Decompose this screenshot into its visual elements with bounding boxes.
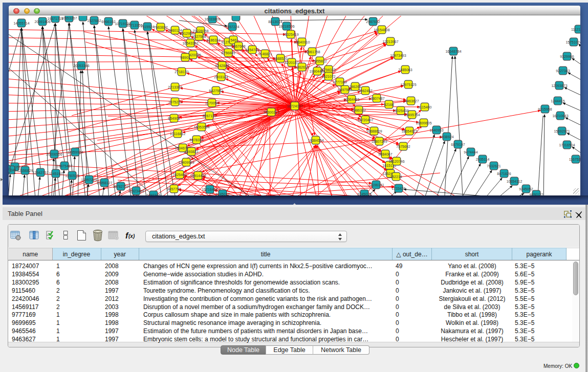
svg-text:10973493: 10973493	[390, 54, 406, 57]
svg-text:9215958: 9215958	[538, 107, 552, 111]
svg-text:8756845: 8756845	[221, 51, 235, 55]
svg-text:13958127: 13958127	[96, 181, 112, 185]
svg-text:546: 546	[230, 38, 236, 42]
svg-text:5938924: 5938924	[440, 135, 453, 139]
svg-text:15495754: 15495754	[404, 113, 420, 117]
svg-text:9884067: 9884067	[378, 152, 392, 156]
svg-text:746266: 746266	[349, 85, 361, 89]
svg-text:1493822: 1493822	[184, 150, 198, 154]
svg-text:12975125: 12975125	[400, 83, 416, 86]
svg-text:13325419: 13325419	[282, 33, 298, 36]
svg-text:12923468: 12923468	[128, 189, 144, 193]
svg-text:7632621: 7632621	[487, 164, 500, 168]
svg-text:98901: 98901	[180, 56, 190, 59]
svg-text:1170054: 1170054	[205, 101, 219, 105]
svg-text:9329966: 9329966	[560, 55, 574, 58]
svg-text:9245012: 9245012	[215, 192, 229, 195]
svg-text:6794023: 6794023	[321, 68, 335, 72]
svg-text:3062457: 3062457	[358, 89, 372, 93]
svg-text:16914439: 16914439	[190, 174, 206, 178]
svg-text:9777169: 9777169	[333, 80, 346, 84]
svg-text:2935114: 2935114	[476, 158, 490, 161]
svg-text:2803144: 2803144	[214, 75, 228, 79]
svg-text:1250515: 1250515	[65, 174, 79, 178]
svg-text:6497508: 6497508	[338, 88, 352, 92]
svg-text:9245052: 9245052	[519, 187, 533, 191]
svg-text:16782759: 16782759	[113, 185, 128, 188]
svg-text:9850122: 9850122	[529, 193, 543, 195]
svg-text:1075211: 1075211	[168, 100, 182, 104]
svg-text:18654923: 18654923	[401, 129, 417, 133]
svg-text:12156829: 12156829	[17, 169, 33, 172]
svg-text:9115400: 9115400	[418, 105, 432, 109]
svg-text:15716485: 15716485	[202, 188, 217, 191]
svg-text:2213383: 2213383	[168, 85, 182, 89]
svg-text:9227343: 9227343	[556, 69, 570, 73]
svg-text:19384554: 19384554	[308, 139, 323, 142]
svg-text:12093873: 12093873	[551, 84, 567, 87]
svg-text:62166: 62166	[384, 103, 394, 106]
svg-text:1527602: 1527602	[87, 19, 101, 23]
svg-text:2867608: 2867608	[231, 45, 245, 48]
svg-text:7663822: 7663822	[154, 26, 167, 29]
svg-text:6879197: 6879197	[451, 143, 465, 146]
svg-text:12409949: 12409949	[178, 161, 194, 164]
svg-text:1588520: 1588520	[273, 57, 287, 60]
svg-text:20691406: 20691406	[34, 20, 50, 24]
svg-text:9327508: 9327508	[192, 35, 206, 38]
svg-text:15720407: 15720407	[357, 118, 373, 122]
svg-text:25300213: 25300213	[263, 111, 279, 114]
svg-text:10025438: 10025438	[393, 109, 408, 113]
svg-text:9242848: 9242848	[215, 64, 229, 68]
svg-text:10653267: 10653267	[61, 16, 77, 20]
svg-text:18640910: 18640910	[294, 40, 310, 44]
svg-text:2987632: 2987632	[366, 20, 380, 24]
svg-text:15692971: 15692971	[554, 129, 570, 133]
svg-text:1362615: 1362615	[295, 65, 309, 69]
svg-text:8267110: 8267110	[203, 114, 216, 118]
svg-text:8220157: 8220157	[285, 61, 298, 64]
svg-text:7955812: 7955812	[313, 59, 326, 63]
svg-text:17957225: 17957225	[81, 178, 97, 182]
svg-text:14463627: 14463627	[403, 99, 419, 103]
svg-text:19218506: 19218506	[278, 25, 294, 28]
svg-text:16120746: 16120746	[388, 160, 404, 163]
svg-text:20053346: 20053346	[73, 64, 89, 68]
svg-text:12342757: 12342757	[32, 171, 48, 174]
svg-text:19975487: 19975487	[56, 164, 72, 168]
svg-text:16154808: 16154808	[374, 28, 389, 32]
svg-text:16210643: 16210643	[552, 114, 568, 118]
svg-text:9245013: 9245013	[357, 192, 371, 195]
svg-text:17359924: 17359924	[67, 150, 83, 154]
svg-text:1167533: 1167533	[569, 158, 580, 161]
svg-text:7857224: 7857224	[225, 25, 239, 29]
svg-text:1292346: 1292346	[146, 193, 160, 195]
svg-text:1733426: 1733426	[391, 187, 405, 190]
svg-text:14196141: 14196141	[368, 183, 384, 187]
svg-text:8427552: 8427552	[209, 89, 223, 93]
svg-text:17016504: 17016504	[559, 143, 575, 147]
svg-text:654908: 654908	[168, 117, 180, 120]
svg-text:18724007: 18724007	[287, 104, 302, 108]
svg-text:2718170: 2718170	[175, 70, 188, 74]
svg-text:7515524: 7515524	[140, 25, 154, 29]
svg-text:1621072: 1621072	[321, 75, 335, 78]
svg-text:16648784: 16648784	[445, 50, 461, 53]
svg-text:1145193: 1145193	[49, 172, 63, 176]
svg-text:8186323: 8186323	[206, 38, 220, 42]
svg-text:11121418: 11121418	[571, 28, 580, 31]
svg-text:252214: 252214	[390, 175, 402, 179]
svg-text:20364486: 20364486	[343, 98, 359, 101]
svg-text:7485063: 7485063	[398, 68, 412, 72]
svg-text:8471626: 8471626	[497, 172, 511, 176]
svg-text:14055714: 14055714	[13, 21, 29, 25]
svg-text:7575692: 7575692	[396, 145, 410, 148]
svg-text:15353594: 15353594	[193, 125, 209, 129]
svg-text:(x): (x)	[128, 233, 135, 239]
svg-text:8813014: 8813014	[268, 20, 282, 24]
svg-text:15751074: 15751074	[565, 40, 580, 44]
svg-text:12213967: 12213967	[382, 40, 398, 43]
svg-text:10699605: 10699605	[416, 121, 431, 125]
svg-text:10116812: 10116812	[170, 132, 186, 136]
svg-text:16033809: 16033809	[204, 17, 220, 21]
